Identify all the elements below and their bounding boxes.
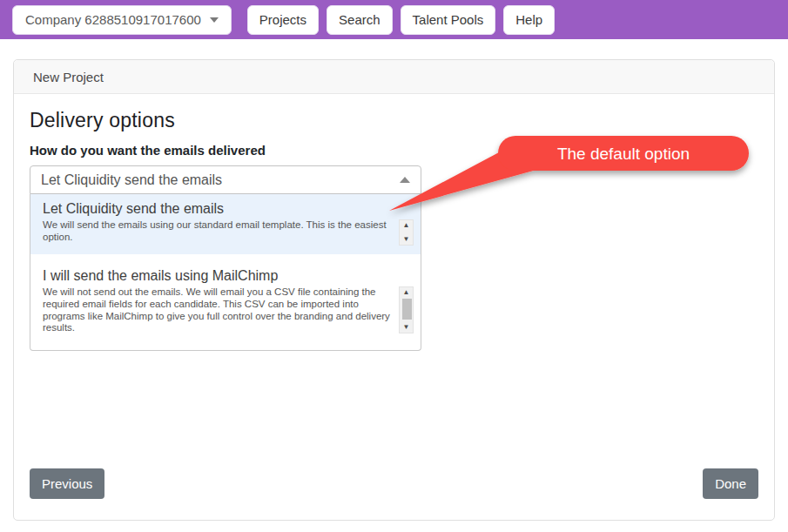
delivery-select-value: Let Cliquidity send the emails (41, 172, 222, 188)
option-cliquidity-send[interactable]: Let Cliquidity send the emails We will s… (30, 194, 421, 254)
scroll-down-icon[interactable]: ▼ (403, 236, 410, 243)
nav-buttons: Projects Search Talent Pools Help (247, 5, 555, 35)
option-description: We will not send out the emails. We will… (43, 286, 393, 334)
scroll-down-icon[interactable]: ▼ (403, 324, 410, 331)
scrollbar-thumb[interactable] (402, 299, 412, 320)
company-select[interactable]: Company 6288510917017600 (12, 5, 232, 35)
chevron-up-icon (400, 177, 410, 183)
scroll-up-icon[interactable]: ▲ (403, 222, 410, 229)
delivery-select[interactable]: Let Cliquidity send the emails (30, 165, 421, 194)
previous-button[interactable]: Previous (30, 468, 104, 499)
option-scrollbar[interactable]: ▲ ▼ (399, 219, 414, 246)
nav-button-projects[interactable]: Projects (247, 5, 319, 35)
option-description: We will send the emails using our standa… (43, 219, 393, 244)
top-navbar: Company 6288510917017600 Projects Search… (0, 0, 788, 39)
nav-button-search[interactable]: Search (327, 5, 393, 35)
question-label: How do you want the emails delivered (30, 143, 758, 158)
nav-button-help[interactable]: Help (503, 5, 555, 35)
delivery-select-widget: Let Cliquidity send the emails Let Cliqu… (30, 165, 421, 351)
card-header: New Project (14, 60, 774, 94)
nav-button-talent-pools[interactable]: Talent Pools (401, 5, 496, 35)
done-button[interactable]: Done (703, 468, 758, 499)
card-body: Delivery options How do you want the ema… (14, 94, 774, 522)
new-project-card: New Project Delivery options How do you … (13, 59, 775, 521)
option-title: Let Cliquidity send the emails (43, 201, 414, 217)
chevron-down-icon (210, 17, 219, 23)
option-title: I will send the emails using MailChimp (43, 268, 414, 284)
delivery-options-listbox: Let Cliquidity send the emails We will s… (30, 194, 421, 351)
card-header-title: New Project (33, 70, 104, 84)
option-scrollbar[interactable]: ▲ ▼ (399, 286, 414, 333)
option-mailchimp-send[interactable]: I will send the emails using MailChimp W… (30, 261, 421, 343)
scroll-up-icon[interactable]: ▲ (403, 289, 410, 296)
company-select-label: Company 6288510917017600 (25, 12, 201, 27)
page-title: Delivery options (30, 109, 758, 132)
